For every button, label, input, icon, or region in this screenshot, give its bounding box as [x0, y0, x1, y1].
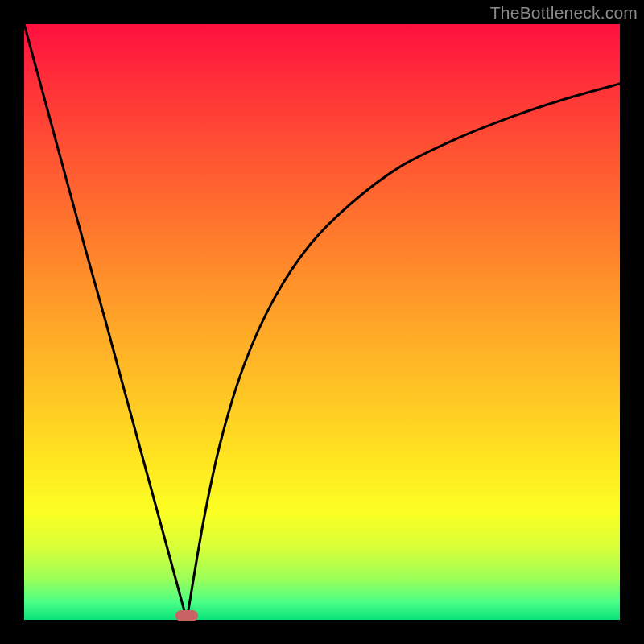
watermark-text: TheBottleneck.com [490, 3, 638, 23]
min-marker [175, 610, 198, 621]
plot-area [24, 24, 620, 620]
bottleneck-curve [24, 24, 620, 620]
chart-frame: TheBottleneck.com [0, 0, 644, 644]
curve-svg [24, 24, 620, 620]
